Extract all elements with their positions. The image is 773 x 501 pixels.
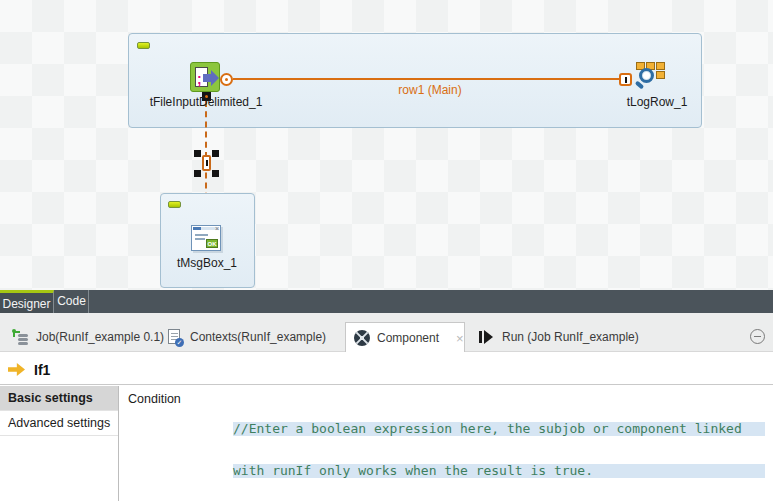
tab-code[interactable]: Code [55, 290, 89, 313]
component-view-panel: If1 Basic settings Advanced settings Con… [0, 352, 773, 501]
nav-basic-settings[interactable]: Basic settings [0, 386, 118, 411]
selection-handle[interactable] [212, 170, 219, 177]
code-line: with runIf only works when the result is… [233, 464, 765, 478]
if-arrow-icon [8, 363, 25, 376]
view-tab-run-label: Run (Job RunIf_example) [502, 330, 639, 344]
component-label[interactable]: tLogRow_1 [557, 95, 757, 109]
page-title: If1 [34, 362, 50, 378]
close-icon[interactable]: × [456, 331, 464, 346]
contexts-icon: ✓ [166, 329, 183, 346]
table-cell-glyph [656, 71, 665, 79]
tfileinputdelimited-icon[interactable]: ; [190, 62, 220, 92]
job-design-canvas[interactable]: row1 (Main) ; tFileInputDelimited_1 tLog… [0, 0, 773, 290]
selection-handle[interactable] [212, 150, 219, 157]
component-icon [354, 330, 370, 346]
tmsgbox-icon[interactable]: × OK [191, 225, 221, 251]
window-titlebar-segment [193, 227, 201, 230]
view-tab-contexts[interactable]: ✓ Contexts(RunIf_example) [158, 322, 334, 352]
window-close-glyph: × [215, 225, 219, 232]
arrow-glyph [203, 74, 211, 82]
view-tab-job-label: Job(RunIf_example 0.1) [36, 330, 164, 344]
view-tab-component[interactable]: Component × [345, 322, 465, 353]
tlogrow-icon[interactable] [635, 61, 665, 93]
editor-tab-bar: Designer Code [0, 290, 773, 313]
condition-label: Condition [128, 392, 181, 406]
input-port[interactable] [619, 73, 632, 86]
settings-nav: Basic settings Advanced settings [0, 386, 119, 501]
row1-connection-line[interactable] [233, 78, 620, 80]
nav-advanced-settings[interactable]: Advanced settings [0, 411, 118, 436]
subjob-collapse-button[interactable] [137, 42, 150, 49]
selection-handle[interactable] [194, 150, 201, 157]
component-label[interactable]: tFileInputDelimited_1 [106, 95, 306, 109]
component-view-header: If1 [0, 355, 773, 385]
trigger-midpoint-handle[interactable] [194, 150, 219, 177]
run-icon [478, 329, 495, 346]
selection-handle[interactable] [194, 170, 201, 177]
view-tab-job[interactable]: Job(RunIf_example 0.1) [4, 322, 172, 352]
view-tab-run[interactable]: Run (Job RunIf_example) [470, 322, 647, 352]
talend-studio-window: row1 (Main) ; tFileInputDelimited_1 tLog… [0, 0, 773, 501]
arrow-tip-glyph [211, 70, 219, 86]
view-tab-bar: Job(RunIf_example 0.1) ✓ Contexts(RunIf_… [0, 313, 773, 352]
row1-connection-label[interactable]: row1 (Main) [330, 83, 530, 97]
text-line-glyph [195, 238, 205, 240]
view-tab-contexts-label: Contexts(RunIf_example) [190, 330, 326, 344]
tab-designer[interactable]: Designer [0, 290, 54, 313]
view-tab-component-label: Component [377, 331, 439, 345]
job-icon [12, 329, 29, 346]
ok-button-glyph: OK [206, 239, 218, 248]
minimize-view-icon[interactable] [750, 329, 765, 344]
trigger-connector-glyph [202, 155, 211, 171]
table-cell-glyph [656, 62, 665, 70]
semicolon-glyph: ; [197, 71, 202, 87]
magnifier-icon [639, 68, 654, 83]
condition-editor[interactable]: //Enter a boolean expression here, the s… [233, 394, 765, 501]
output-port[interactable] [220, 73, 233, 86]
text-line-glyph [195, 234, 208, 236]
subjob-collapse-button[interactable] [168, 201, 181, 208]
code-line: //Enter a boolean expression here, the s… [233, 422, 765, 436]
component-label[interactable]: tMsgBox_1 [107, 256, 307, 270]
